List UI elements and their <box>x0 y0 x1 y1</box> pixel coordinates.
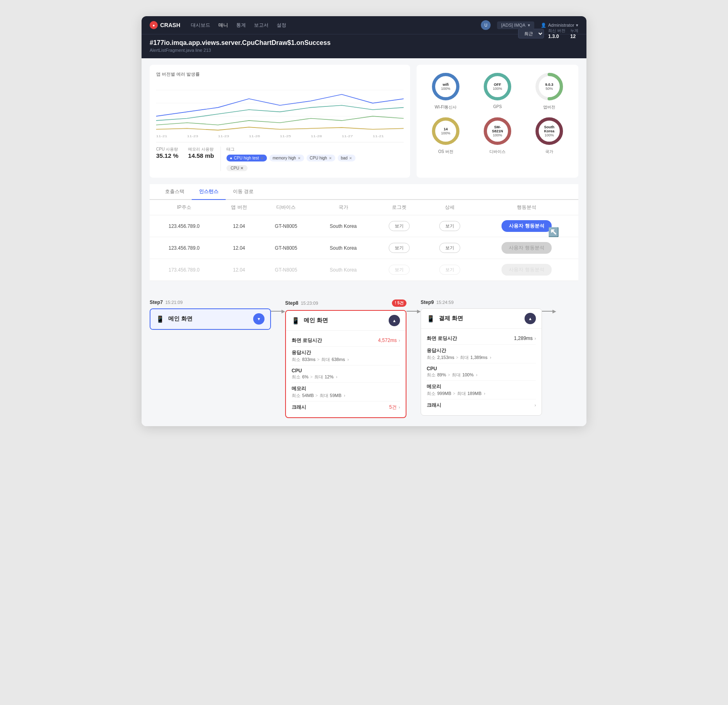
metric-value-4: 5건 › <box>389 404 400 411</box>
cell-action: 사용자 행동분석 ↖️ <box>475 215 578 237</box>
tag-chip-0: ● CPU high test ✕ <box>226 155 267 161</box>
gauge-item-2: 9.0.3 50% 앱버전 <box>526 70 573 110</box>
metric-arrow-0: › <box>398 338 400 343</box>
gauge-pct-5: 100% <box>541 133 557 137</box>
metric-label-2: CPU <box>292 368 337 374</box>
tab-navigation[interactable]: 이동 경로 <box>226 184 261 200</box>
cpu-label: CPU 사용량 <box>156 147 178 152</box>
gauge-label-inner-4: SM-S821N 100% <box>489 125 506 137</box>
step-metrics: 화면 로딩시간 4,572ms › 응답시간 최소 833ms > <box>286 331 406 417</box>
step-time-1: 15:23:09 <box>301 301 318 306</box>
gauge-circle-2: 9.0.3 50% <box>533 70 565 103</box>
metric-label-4: 크래시 <box>427 402 441 409</box>
log-btn-0[interactable]: 보기 <box>389 221 410 231</box>
cell-log: 보기 <box>374 215 425 237</box>
cell-log: 보기 <box>374 259 425 281</box>
tag-chip-2: CPU high ✕ <box>307 155 335 161</box>
admin-label: 👤 Administrator ▾ <box>541 23 578 28</box>
gauge-pct-3: 100% <box>441 131 450 135</box>
cell-version: 12.04 <box>218 237 260 259</box>
svg-text:11-28: 11-28 <box>311 134 322 138</box>
cell-ip: 173.456.789.0 <box>150 259 218 281</box>
gauge-main-0: wifi <box>441 83 450 87</box>
metric-row-3: 메모리 최소 54MB > 최대 59MB › <box>292 383 400 401</box>
page-title: #177io.imqa.app.views.server.CpuChartDra… <box>150 39 578 47</box>
svg-text:11-26: 11-26 <box>249 134 260 138</box>
cell-version: 12.04 <box>218 259 260 281</box>
tag-remove-0[interactable]: ✕ <box>260 156 264 160</box>
tags-label: 태그 <box>226 147 404 152</box>
tab-callstack[interactable]: 호출스택 <box>158 184 192 200</box>
metric-row-1: 응답시간 최소 833ms > 최대 638ms › <box>292 347 400 365</box>
phone-icon-0: 📱 <box>156 315 164 323</box>
gauge-name-1: GPS <box>493 104 502 109</box>
gauge-circle-0: wifi 100% <box>430 70 462 103</box>
step-number-1: Step8 <box>285 300 298 306</box>
tab-instance[interactable]: 인스턴스 <box>192 184 226 200</box>
connector-2: ▶ <box>406 299 421 314</box>
nav-stats[interactable]: 통계 <box>235 20 247 30</box>
metric-arrow-0: › <box>533 336 536 341</box>
cell-detail: 보기 <box>424 215 475 237</box>
gauge-item-4: SM-S821N 100% 디바이스 <box>474 115 521 155</box>
tag-chip-1: memory high ✕ <box>269 155 304 161</box>
nav-dashboard[interactable]: 대시보드 <box>190 20 211 30</box>
filter-select[interactable]: 최근 <box>518 29 544 38</box>
step-number-0: Step7 <box>150 299 163 305</box>
step-header-2: Step9 15:24:59 <box>421 299 542 305</box>
detail-btn-2[interactable]: 보기 <box>439 265 460 275</box>
step-metrics: 화면 로딩시간 1,289ms › 응답시간 최소 2,153ms > <box>421 329 542 415</box>
tag-remove-1[interactable]: ✕ <box>298 156 301 160</box>
cell-action: 사용자 행동분석 <box>475 259 578 281</box>
gauge-item-0: wifi 100% WI-FI통신사 <box>422 70 469 110</box>
alert-badge-1: ! 5건 <box>392 299 406 307</box>
nav-settings[interactable]: 설정 <box>276 20 287 30</box>
svg-text:11-25: 11-25 <box>280 134 291 138</box>
chevron-btn-1[interactable]: ▴ <box>389 315 400 326</box>
step-card-1: 📱 메인 화면 ▴ 화면 로딩시간 4,572ms › 응 <box>285 310 406 418</box>
log-btn-1[interactable]: 보기 <box>389 243 410 253</box>
metric-range-3: 최소 54MB > 최대 59MB › <box>292 392 345 399</box>
metric-row-2: CPU 최소 89% > 최대 100% › <box>427 363 536 381</box>
tag-remove-2[interactable]: ✕ <box>329 156 332 160</box>
gauge-circle-4: SM-S821N 100% <box>481 115 514 147</box>
detail-btn-1[interactable]: 보기 <box>439 243 460 253</box>
phone-icon-2: 📱 <box>427 315 435 323</box>
nav-mani[interactable]: 매니 <box>218 20 229 30</box>
tags-section: 태그 ● CPU high test ✕ memory high ✕ <box>220 147 404 171</box>
chevron-btn-2[interactable]: ▴ <box>525 313 536 324</box>
detail-btn-0[interactable]: 보기 <box>439 221 460 231</box>
gauge-label-inner-0: wifi 100% <box>441 83 450 91</box>
app-container: ● CRASH 대시보드 매니 통계 보고서 설정 U [ADS] IMQA ▾… <box>142 16 586 426</box>
app-name: CRASH <box>160 22 180 28</box>
metric-label-4: 크래시 <box>292 404 306 411</box>
gauge-label-inner-5: South Korea 100% <box>541 125 557 137</box>
table-row: 173.456.789.0 12.04 GT-N8005 South Korea… <box>150 259 578 281</box>
user-badge: [ADS] IMQA ▾ <box>497 21 534 29</box>
connector-head-2: ▶ <box>417 308 421 314</box>
memory-stat: 메모리 사용량 14.58 mb <box>188 147 214 159</box>
gauge-main-5: South Korea <box>541 125 557 133</box>
nav-report[interactable]: 보고서 <box>253 20 269 30</box>
top-section: 앱 버전별 에러 발생률 <box>150 65 578 178</box>
chart-area: 11-21 11-23 11-23 11-26 11-25 11-28 11-2… <box>156 81 404 138</box>
cell-country: South Korea <box>313 259 374 281</box>
tags-row: ● CPU high test ✕ memory high ✕ CPU high… <box>226 155 404 161</box>
gauge-item-3: 14 100% OS 버전 <box>422 115 469 155</box>
gauge-circle-1: OFF 100% <box>481 70 514 103</box>
cell-detail: 보기 <box>424 237 475 259</box>
page-header: 최근 최신 버전 1.3.0 누계 12 #177io.imqa.app.vie… <box>142 34 586 58</box>
cell-device: GT-N8005 <box>260 215 313 237</box>
tag-remove-3[interactable]: ✕ <box>349 156 352 160</box>
metric-range-1: 최소 2,153ms > 최대 1,389ms › <box>427 354 491 361</box>
metric-range-2: 최소 6% > 최대 12% › <box>292 374 337 380</box>
metric-arrow-4: › <box>535 403 536 408</box>
gauge-pct-4: 100% <box>489 133 506 137</box>
screen-name-1: 메인 화면 <box>304 317 385 324</box>
nav-menu: 대시보드 매니 통계 보고서 설정 <box>190 20 472 30</box>
metric-label-0: 화면 로딩시간 <box>427 335 457 342</box>
action-button-0[interactable]: 사용자 행동분석 <box>502 220 551 232</box>
chevron-btn-0[interactable]: ▾ <box>253 313 265 325</box>
cpu-filter-chip[interactable]: CPU ✕ <box>226 165 248 171</box>
log-btn-2[interactable]: 보기 <box>389 265 410 275</box>
